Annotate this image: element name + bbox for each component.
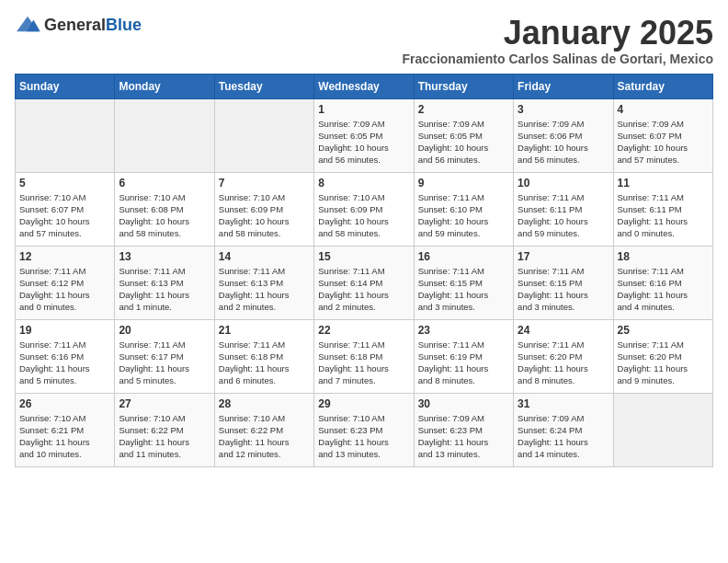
calendar-cell: 16Sunrise: 7:11 AM Sunset: 6:15 PM Dayli…	[414, 246, 513, 319]
day-info: Sunrise: 7:11 AM Sunset: 6:11 PM Dayligh…	[518, 191, 609, 240]
day-info: Sunrise: 7:11 AM Sunset: 6:20 PM Dayligh…	[518, 339, 609, 387]
calendar-cell: 24Sunrise: 7:11 AM Sunset: 6:20 PM Dayli…	[514, 319, 613, 393]
calendar-cell: 30Sunrise: 7:09 AM Sunset: 6:23 PM Dayli…	[414, 393, 513, 466]
calendar-body: 1Sunrise: 7:09 AM Sunset: 6:05 PM Daylig…	[16, 98, 713, 466]
day-number: 24	[518, 324, 609, 337]
title-area: January 2025 Fraccionamiento Carlos Sali…	[403, 15, 713, 66]
calendar-cell	[214, 98, 313, 172]
day-info: Sunrise: 7:10 AM Sunset: 6:23 PM Dayligh…	[318, 412, 409, 461]
day-number: 3	[518, 103, 609, 116]
day-info: Sunrise: 7:09 AM Sunset: 6:05 PM Dayligh…	[418, 118, 509, 167]
calendar-cell: 25Sunrise: 7:11 AM Sunset: 6:20 PM Dayli…	[613, 319, 712, 393]
calendar-table: SundayMondayTuesdayWednesdayThursdayFrid…	[15, 74, 713, 467]
calendar-cell: 29Sunrise: 7:10 AM Sunset: 6:23 PM Dayli…	[314, 393, 414, 466]
day-info: Sunrise: 7:09 AM Sunset: 6:05 PM Dayligh…	[318, 118, 409, 167]
day-number: 14	[219, 250, 310, 263]
weekday-header-friday: Friday	[514, 74, 613, 98]
day-number: 7	[219, 177, 310, 190]
day-info: Sunrise: 7:09 AM Sunset: 6:07 PM Dayligh…	[618, 118, 709, 167]
day-info: Sunrise: 7:11 AM Sunset: 6:13 PM Dayligh…	[119, 265, 210, 314]
calendar-header: SundayMondayTuesdayWednesdayThursdayFrid…	[16, 74, 713, 98]
day-info: Sunrise: 7:11 AM Sunset: 6:12 PM Dayligh…	[19, 265, 110, 314]
calendar-cell: 11Sunrise: 7:11 AM Sunset: 6:11 PM Dayli…	[613, 172, 712, 246]
day-info: Sunrise: 7:11 AM Sunset: 6:14 PM Dayligh…	[318, 265, 409, 314]
day-number: 9	[418, 177, 509, 190]
calendar-cell: 20Sunrise: 7:11 AM Sunset: 6:17 PM Dayli…	[115, 319, 214, 393]
day-number: 25	[618, 324, 709, 337]
logo-general: General	[44, 16, 106, 34]
calendar-cell: 15Sunrise: 7:11 AM Sunset: 6:14 PM Dayli…	[314, 246, 414, 319]
day-info: Sunrise: 7:11 AM Sunset: 6:20 PM Dayligh…	[618, 339, 709, 387]
day-number: 28	[219, 397, 310, 410]
calendar-cell: 28Sunrise: 7:10 AM Sunset: 6:22 PM Dayli…	[214, 393, 313, 466]
weekday-header-sunday: Sunday	[16, 74, 115, 98]
calendar-week-row: 1Sunrise: 7:09 AM Sunset: 6:05 PM Daylig…	[16, 98, 713, 172]
day-number: 22	[318, 324, 409, 337]
logo-icon	[15, 15, 40, 35]
calendar-cell: 1Sunrise: 7:09 AM Sunset: 6:05 PM Daylig…	[314, 98, 414, 172]
calendar-cell	[16, 98, 115, 172]
day-number: 29	[318, 397, 409, 410]
day-info: Sunrise: 7:11 AM Sunset: 6:13 PM Dayligh…	[219, 265, 310, 314]
day-number: 16	[418, 250, 509, 263]
calendar-cell: 7Sunrise: 7:10 AM Sunset: 6:09 PM Daylig…	[214, 172, 313, 246]
calendar-cell: 10Sunrise: 7:11 AM Sunset: 6:11 PM Dayli…	[514, 172, 613, 246]
day-number: 21	[219, 324, 310, 337]
calendar-cell: 9Sunrise: 7:11 AM Sunset: 6:10 PM Daylig…	[414, 172, 513, 246]
day-info: Sunrise: 7:11 AM Sunset: 6:16 PM Dayligh…	[19, 339, 110, 387]
day-info: Sunrise: 7:11 AM Sunset: 6:19 PM Dayligh…	[418, 339, 509, 387]
calendar-cell: 21Sunrise: 7:11 AM Sunset: 6:18 PM Dayli…	[214, 319, 313, 393]
logo-blue: Blue	[106, 16, 142, 34]
logo: GeneralBlue	[15, 15, 142, 35]
day-info: Sunrise: 7:11 AM Sunset: 6:10 PM Dayligh…	[418, 191, 509, 240]
day-number: 27	[119, 397, 210, 410]
location-title: Fraccionamiento Carlos Salinas de Gortar…	[403, 52, 713, 66]
day-number: 17	[518, 250, 609, 263]
day-info: Sunrise: 7:11 AM Sunset: 6:17 PM Dayligh…	[119, 339, 210, 387]
calendar-cell: 23Sunrise: 7:11 AM Sunset: 6:19 PM Dayli…	[414, 319, 513, 393]
calendar-cell: 26Sunrise: 7:10 AM Sunset: 6:21 PM Dayli…	[16, 393, 115, 466]
calendar-cell: 12Sunrise: 7:11 AM Sunset: 6:12 PM Dayli…	[16, 246, 115, 319]
day-number: 12	[19, 250, 110, 263]
day-info: Sunrise: 7:11 AM Sunset: 6:11 PM Dayligh…	[618, 191, 709, 240]
day-info: Sunrise: 7:10 AM Sunset: 6:09 PM Dayligh…	[318, 191, 409, 240]
calendar-cell: 31Sunrise: 7:09 AM Sunset: 6:24 PM Dayli…	[514, 393, 613, 466]
calendar-cell	[115, 98, 214, 172]
day-number: 6	[119, 177, 210, 190]
calendar-cell: 6Sunrise: 7:10 AM Sunset: 6:08 PM Daylig…	[115, 172, 214, 246]
day-info: Sunrise: 7:10 AM Sunset: 6:09 PM Dayligh…	[219, 191, 310, 240]
logo-text: GeneralBlue	[44, 16, 142, 35]
day-number: 11	[618, 177, 709, 190]
calendar-week-row: 12Sunrise: 7:11 AM Sunset: 6:12 PM Dayli…	[16, 246, 713, 319]
day-info: Sunrise: 7:09 AM Sunset: 6:23 PM Dayligh…	[418, 412, 509, 461]
calendar-cell: 8Sunrise: 7:10 AM Sunset: 6:09 PM Daylig…	[314, 172, 414, 246]
calendar-cell: 19Sunrise: 7:11 AM Sunset: 6:16 PM Dayli…	[16, 319, 115, 393]
calendar-week-row: 26Sunrise: 7:10 AM Sunset: 6:21 PM Dayli…	[16, 393, 713, 466]
day-number: 18	[618, 250, 709, 263]
day-number: 23	[418, 324, 509, 337]
calendar-cell: 13Sunrise: 7:11 AM Sunset: 6:13 PM Dayli…	[115, 246, 214, 319]
day-info: Sunrise: 7:10 AM Sunset: 6:08 PM Dayligh…	[119, 191, 210, 240]
calendar-week-row: 5Sunrise: 7:10 AM Sunset: 6:07 PM Daylig…	[16, 172, 713, 246]
day-info: Sunrise: 7:09 AM Sunset: 6:24 PM Dayligh…	[518, 412, 609, 461]
calendar-cell: 18Sunrise: 7:11 AM Sunset: 6:16 PM Dayli…	[613, 246, 712, 319]
day-number: 13	[119, 250, 210, 263]
day-info: Sunrise: 7:10 AM Sunset: 6:07 PM Dayligh…	[19, 191, 110, 240]
day-info: Sunrise: 7:10 AM Sunset: 6:22 PM Dayligh…	[219, 412, 310, 461]
day-number: 31	[518, 397, 609, 410]
weekday-header-thursday: Thursday	[414, 74, 513, 98]
day-number: 20	[119, 324, 210, 337]
weekday-header-row: SundayMondayTuesdayWednesdayThursdayFrid…	[16, 74, 713, 98]
day-info: Sunrise: 7:10 AM Sunset: 6:21 PM Dayligh…	[19, 412, 110, 461]
calendar-cell: 4Sunrise: 7:09 AM Sunset: 6:07 PM Daylig…	[613, 98, 712, 172]
calendar-cell: 3Sunrise: 7:09 AM Sunset: 6:06 PM Daylig…	[514, 98, 613, 172]
calendar-cell: 27Sunrise: 7:10 AM Sunset: 6:22 PM Dayli…	[115, 393, 214, 466]
calendar-cell: 14Sunrise: 7:11 AM Sunset: 6:13 PM Dayli…	[214, 246, 313, 319]
calendar-cell: 5Sunrise: 7:10 AM Sunset: 6:07 PM Daylig…	[16, 172, 115, 246]
day-info: Sunrise: 7:11 AM Sunset: 6:18 PM Dayligh…	[219, 339, 310, 387]
day-info: Sunrise: 7:11 AM Sunset: 6:16 PM Dayligh…	[618, 265, 709, 314]
day-info: Sunrise: 7:10 AM Sunset: 6:22 PM Dayligh…	[119, 412, 210, 461]
calendar-cell: 22Sunrise: 7:11 AM Sunset: 6:18 PM Dayli…	[314, 319, 414, 393]
day-number: 1	[318, 103, 409, 116]
day-number: 19	[19, 324, 110, 337]
